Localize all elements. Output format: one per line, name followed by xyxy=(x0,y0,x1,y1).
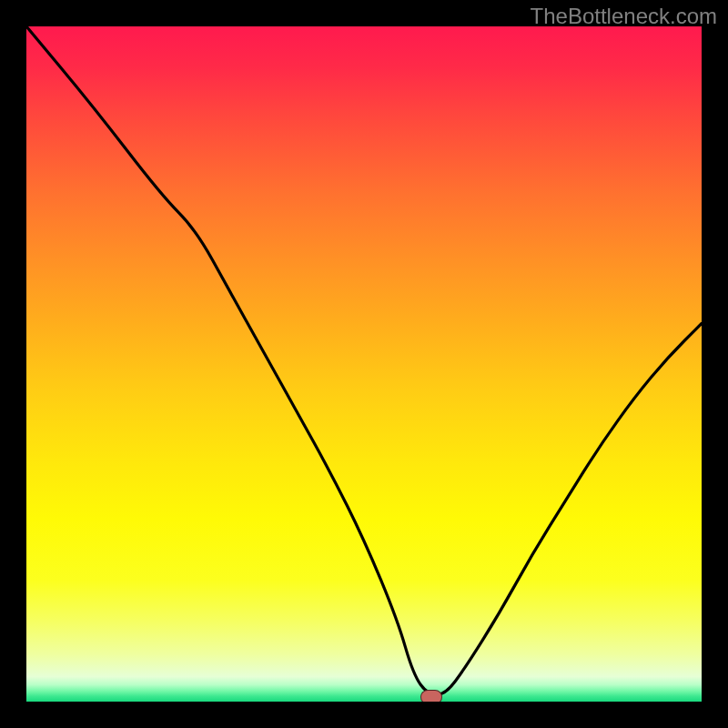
plot-area xyxy=(26,26,702,702)
optimal-point-marker xyxy=(420,690,442,702)
watermark-text: TheBottleneck.com xyxy=(531,4,717,29)
bottleneck-curve xyxy=(26,26,702,702)
